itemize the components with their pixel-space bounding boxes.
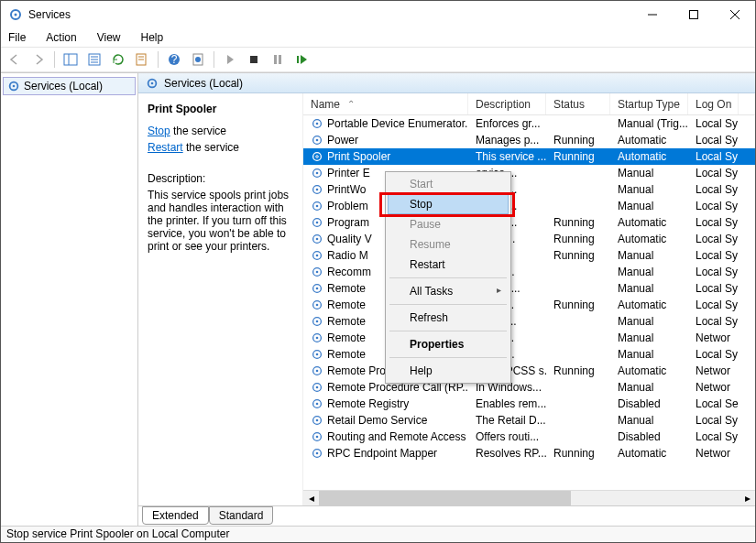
col-startup[interactable]: Startup Type (610, 93, 688, 114)
horizontal-scrollbar[interactable]: ◂ ▸ (303, 490, 755, 505)
cell-startup: Manual (610, 200, 688, 212)
show-hide-tree-button[interactable] (60, 49, 81, 70)
service-row[interactable]: RPC Endpoint MapperResolves RP...Running… (303, 445, 755, 462)
pause-service-button[interactable] (268, 49, 288, 70)
service-row[interactable]: Radio M Mana...RunningManualLocal Sy (303, 247, 755, 264)
cell-logon: Local Sy (688, 117, 739, 130)
ctx-restart[interactable]: Restart (388, 255, 509, 275)
service-row[interactable]: Retail Demo ServiceThe Retail D...Manual… (303, 412, 755, 429)
tab-standard[interactable]: Standard (209, 506, 274, 525)
service-row[interactable]: Remote s the r...ManualLocal Sy (303, 346, 755, 363)
cell-logon: Local Sy (688, 299, 739, 311)
navigation-pane: Services (Local) (1, 73, 138, 526)
svg-point-38 (316, 205, 319, 208)
cell-status: Running (546, 299, 610, 311)
col-description[interactable]: Description (468, 93, 546, 114)
svg-point-26 (151, 81, 154, 84)
scroll-right-button[interactable]: ▸ (740, 491, 755, 506)
svg-point-58 (316, 370, 319, 373)
menu-file[interactable]: File (5, 29, 29, 46)
status-bar: Stop service Print Spooler on Local Comp… (1, 526, 755, 542)
stop-service-button[interactable] (244, 49, 264, 70)
service-row[interactable]: Printer Eervice ...ManualLocal Sy (303, 165, 755, 181)
cell-logon: Local Sy (688, 216, 739, 229)
service-row[interactable]: PrintWodes su...ManualLocal Sy (303, 181, 755, 198)
restart-service-button[interactable] (291, 49, 312, 70)
svg-point-56 (316, 353, 319, 356)
stop-link[interactable]: Stop (148, 125, 170, 137)
main-header: Services (Local) (138, 73, 755, 93)
svg-rect-20 (274, 55, 277, 64)
scroll-thumb[interactable] (319, 491, 571, 506)
ctx-all-tasks[interactable]: All Tasks (388, 281, 509, 301)
cell-desc: Offers routi... (468, 430, 546, 443)
cell-startup: Manual (610, 414, 688, 427)
help-button[interactable]: ? (164, 49, 184, 70)
cell-logon: Local Sy (688, 200, 739, 212)
context-menu: Start Stop Pause Resume Restart All Task… (385, 171, 511, 384)
service-row[interactable]: Remote te Des...ManualLocal Sy (303, 313, 755, 330)
col-name[interactable]: Name (303, 93, 468, 114)
service-row[interactable]: Remote Procedure Call (RPC)The RPCSS s..… (303, 363, 755, 379)
ctx-refresh[interactable]: Refresh (388, 308, 509, 328)
cell-status: Running (546, 249, 610, 262)
ctx-start: Start (388, 174, 509, 194)
cell-startup: Manual (610, 282, 688, 295)
cell-startup: Manual (610, 381, 688, 394)
ctx-help[interactable]: Help (388, 361, 509, 381)
cell-startup: Automatic (610, 447, 688, 460)
services-icon (146, 77, 159, 90)
col-logon[interactable]: Log On (688, 93, 739, 114)
service-row[interactable]: Print SpoolerThis service ...RunningAuto… (303, 148, 755, 165)
services-list: Name Description Status Startup Type Log… (303, 93, 755, 505)
refresh-button[interactable] (108, 49, 128, 70)
service-row[interactable]: Problemervice ...ManualLocal Sy (303, 198, 755, 214)
service-row[interactable]: Remote s user...ManualNetwor (303, 330, 755, 346)
service-row[interactable]: Remote RegistryEnables rem...DisabledLoc… (303, 396, 755, 412)
ctx-stop[interactable]: Stop (388, 194, 509, 214)
close-button[interactable] (714, 1, 755, 28)
service-row[interactable]: Recommes aut...ManualLocal Sy (303, 264, 755, 280)
help-topics-button[interactable] (188, 49, 208, 70)
menu-action[interactable]: Action (42, 29, 80, 46)
service-row[interactable]: Remote es a co...ManualLocal Sy (303, 280, 755, 297)
menu-help[interactable]: Help (137, 29, 168, 46)
cell-logon: Networ (688, 364, 739, 377)
col-status[interactable]: Status (546, 93, 610, 114)
service-row[interactable]: PowerManages p...RunningAutomaticLocal S… (303, 132, 755, 148)
menu-view[interactable]: View (93, 29, 125, 46)
forward-button[interactable] (28, 49, 49, 70)
service-row[interactable]: Programervice ...RunningAutomaticLocal S… (303, 214, 755, 231)
cell-logon: Local Sy (688, 134, 739, 147)
service-row[interactable]: Remote ges di...RunningAutomaticLocal Sy (303, 297, 755, 313)
start-service-button[interactable] (220, 49, 240, 70)
svg-point-40 (316, 222, 319, 224)
restart-link[interactable]: Restart (148, 141, 183, 154)
maximize-button[interactable] (673, 1, 714, 28)
cell-startup: Disabled (610, 397, 688, 410)
minimize-button[interactable] (631, 1, 673, 28)
properties-button[interactable] (132, 49, 152, 70)
service-row[interactable]: Portable Device Enumerator...Enforces gr… (303, 115, 755, 132)
export-list-button[interactable] (84, 49, 104, 70)
svg-point-46 (316, 271, 319, 274)
svg-point-68 (316, 452, 319, 455)
service-row[interactable]: Quality Vty Win...RunningAutomaticLocal … (303, 231, 755, 247)
scroll-left-button[interactable]: ◂ (303, 491, 319, 506)
service-row[interactable]: Remote Procedure Call (RP...In Windows..… (303, 379, 755, 396)
cell-logon: Local Sy (688, 414, 739, 427)
svg-point-48 (316, 288, 319, 290)
cell-name: Retail Demo Service (303, 414, 468, 427)
tab-extended[interactable]: Extended (142, 506, 209, 525)
column-headers: Name Description Status Startup Type Log… (303, 93, 755, 115)
svg-rect-6 (64, 54, 77, 65)
back-button[interactable] (5, 49, 25, 70)
svg-point-62 (316, 403, 319, 406)
service-row[interactable]: Routing and Remote AccessOffers routi...… (303, 429, 755, 445)
svg-point-66 (316, 436, 319, 439)
cell-startup: Automatic (610, 216, 688, 229)
ctx-properties[interactable]: Properties (388, 334, 509, 354)
services-icon (7, 80, 20, 92)
cell-status: Running (546, 150, 610, 163)
nav-services-local[interactable]: Services (Local) (3, 77, 136, 95)
